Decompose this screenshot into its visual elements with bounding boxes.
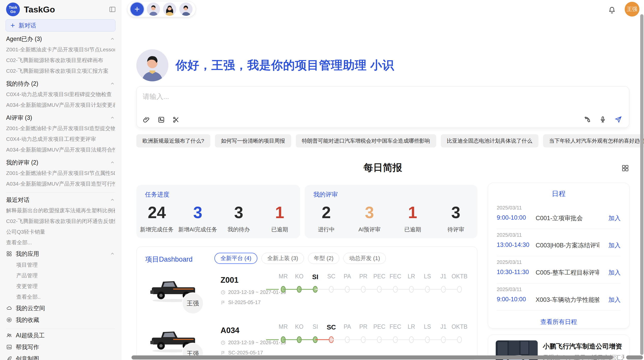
chevron-up-icon[interactable] [110, 115, 115, 120]
milestone-label: LR [403, 323, 419, 331]
send-icon[interactable] [614, 115, 622, 124]
section-title: AI评审 (3) [6, 114, 32, 122]
suggestion-chip[interactable]: 特朗普可能对进口汽车增税会对中国车企造成哪些影响 [296, 134, 436, 147]
image-icon[interactable] [157, 116, 165, 124]
avatar[interactable] [147, 3, 160, 16]
chevron-up-icon[interactable] [110, 197, 115, 202]
list-item[interactable]: A034-全新新能源MUV产品开发项目造型可行性评审 [6, 178, 115, 189]
list-item[interactable]: Z001-全新燃油皮卡产品开发项目SI节点Lesson Learn报告 [6, 44, 115, 55]
milestone-label: LR [403, 273, 419, 281]
list-item[interactable]: A034-全新新能源MUV产品开发项目法规符合性评审 [6, 144, 115, 155]
clock-icon [221, 290, 226, 295]
filter-chip[interactable]: 全新平台 (4) [214, 253, 257, 264]
section-ai-review[interactable]: AI评审 (3) [6, 112, 115, 123]
list-item[interactable]: 解释最新出台的欧盟报废车法规再生塑料比例被调至15%... [6, 205, 115, 216]
project-row[interactable]: 王强 A034 2023-12-19 ~ 2026-01-19 SC-2025-… [137, 320, 477, 360]
attachment-icon[interactable] [143, 116, 150, 124]
list-item[interactable]: Z001-全新燃油轻卡产品开发项目SI节点属性5D文件评审 [6, 168, 115, 178]
suggestion-chip[interactable]: 欧洲新规最近颁布了什么? [136, 134, 210, 147]
user-avatar[interactable]: 王强 [625, 2, 639, 17]
avatar[interactable] [179, 3, 193, 16]
list-item[interactable]: C0X4-动力总成开发项目SI里程碑提交物检查 [6, 89, 115, 100]
list-item[interactable]: Z001-全新燃油轻卡产品开发项目SI造型提交物评审 [6, 123, 115, 134]
stat-value: 1 [275, 204, 284, 221]
dashboard-title: 项目Dashboard [145, 255, 193, 264]
schedule-item[interactable]: 2025/03/11 13:00-14:30 C003|H0B-方案冻结评审 加… [497, 229, 621, 256]
sidebar-item-cloud-space[interactable]: 我的云空间 [6, 302, 115, 314]
app-logo: Task Go [6, 3, 20, 16]
sidebar-collapse-icon[interactable] [109, 6, 116, 13]
new-chat-button[interactable]: 新对话 [6, 19, 115, 32]
milestone-label: OKTB [451, 273, 467, 281]
filter-chip[interactable]: 年型 (2) [308, 253, 339, 264]
horizontal-scrollbar-segment[interactable] [626, 355, 643, 359]
stat: 24 新增完成任务 [136, 200, 177, 238]
schedule-item[interactable]: 2025/03/11 9:00-10:00 X003-车辆动力学性能验... 加… [497, 283, 621, 311]
join-link[interactable]: 加入 [608, 214, 621, 222]
chevron-up-icon[interactable] [110, 251, 115, 256]
project-row[interactable]: 王强 Z001 2023-12-19 ~ 2027-01-19 SI-2025-… [137, 270, 477, 321]
add-agent-button[interactable] [130, 3, 144, 16]
stat-value: 3 [234, 204, 243, 221]
sidebar-item-project-mgmt[interactable]: 项目管理 [6, 260, 115, 270]
scissors-icon[interactable] [172, 116, 180, 124]
stat-value: 3 [193, 204, 202, 221]
list-item[interactable]: 公司Q3轻卡销量 [6, 227, 115, 237]
schedule-date: 2025/03/11 [497, 259, 522, 265]
section-my-todo[interactable]: 我的待办 (2) [6, 78, 115, 89]
stat-label: 新增完成任务 [140, 226, 174, 233]
chevron-up-icon[interactable] [110, 81, 115, 86]
milestone-label: KO [291, 273, 307, 281]
view-all-apps-link[interactable]: 查看全部.. [6, 292, 115, 302]
sidebar-item-creative-draw[interactable]: 创意制图 [6, 353, 115, 360]
sidebar-item-write-helper[interactable]: 帮我写作 [6, 341, 115, 353]
view-all-schedule-link[interactable]: 查看所有日程 [488, 318, 629, 326]
list-item[interactable]: C02-飞腾新能源轻客改款项目里程碑画布 [6, 55, 115, 66]
news-title: 小鹏飞行汽车制造公司增资 [543, 342, 622, 351]
vertical-scrollbar[interactable] [640, 14, 643, 355]
schedule-item[interactable]: 2025/03/11 10:30-11:30 C005-整车工程目标评审 加入 [497, 256, 621, 283]
section-agent-done[interactable]: Agent已办 (3) [6, 34, 115, 44]
suggestion-chip[interactable]: 如何写一份清晰的项目周报 [215, 134, 291, 147]
sidebar-item-change-mgmt[interactable]: 变更管理 [6, 281, 115, 292]
filter-chip[interactable]: 动总开发 (1) [343, 253, 386, 264]
stat-value: 24 [148, 204, 166, 221]
microphone-icon[interactable] [599, 116, 607, 123]
logo-text-bottom: Go [10, 9, 16, 14]
chevron-up-icon[interactable] [110, 36, 115, 41]
layout-grid-icon[interactable] [621, 164, 629, 172]
join-link[interactable]: 加入 [608, 268, 621, 277]
suggestion-chip[interactable]: 比亚迪全固态电池计划具体说了什么 [441, 134, 538, 147]
milestone-timeline: MR KO SI SC PA PR PEC FEC LR LS J1 OKTB [275, 323, 467, 343]
sidebar-item-favorites[interactable]: 我的收藏 [6, 314, 115, 326]
notification-bell-icon[interactable] [608, 6, 616, 14]
filter-chip[interactable]: 全新上装 (3) [261, 253, 304, 264]
daily-brief-header: 每日简报 [136, 161, 629, 174]
milestone-label: LS [419, 323, 435, 331]
list-item[interactable]: C02-飞腾新能源轻客改款项目的闭环通告反馈情况 [6, 216, 115, 227]
view-all-chats-link[interactable]: 查看全部... [6, 237, 115, 248]
schedule-item[interactable]: 2025/03/11 9:00-10:00 C001-立项审批会 加入 [497, 202, 621, 229]
project-dashboard-card: 项目Dashboard 全新平台 (4) 全新上装 (3) 年型 (2) 动总开… [136, 246, 477, 360]
list-item[interactable]: C0X4-动力总成开发项目工程变更评审 [6, 134, 115, 144]
phone-icon[interactable] [584, 116, 591, 123]
sidebar-item-product-mgmt[interactable]: 产品管理 [6, 270, 115, 281]
section-recent-chats[interactable]: 最近对话 [6, 194, 115, 205]
join-link[interactable]: 加入 [608, 241, 621, 249]
sidebar-item-my-apps[interactable]: 我的应用 [6, 248, 115, 260]
project-code: Z001 [221, 276, 239, 285]
horizontal-scrollbar[interactable] [131, 355, 613, 359]
avatar[interactable] [163, 3, 176, 16]
chat-input[interactable] [143, 92, 524, 102]
chevron-up-icon[interactable] [110, 160, 115, 165]
suggestion-chip[interactable]: 当下年轻人对汽车外观有怎样的喜好趋势 [543, 134, 644, 147]
stat: 3 待评审 [434, 200, 477, 238]
section-my-review[interactable]: 我的评审 (2) [6, 157, 115, 168]
list-item[interactable]: C02-飞腾新能源轻客改款项目立项汇报方案 [6, 66, 115, 76]
divider [6, 329, 115, 329]
logo-text-top: Task [9, 5, 17, 9]
join-link[interactable]: 加入 [608, 296, 621, 304]
stat: 3 我的待办 [218, 200, 259, 238]
list-item[interactable]: A034-全新新能源MUV产品开发项目计划变更表编写 [6, 100, 115, 110]
sidebar-item-ai-employee[interactable]: AI超级员工 [6, 329, 115, 341]
